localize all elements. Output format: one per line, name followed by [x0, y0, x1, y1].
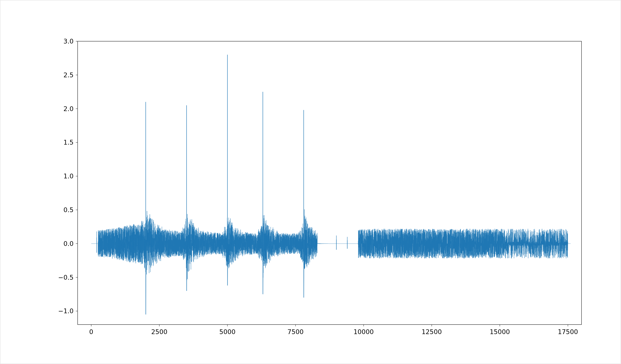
x-tick-label: 10000 [353, 328, 374, 336]
y-tick-label: 0.5 [63, 206, 73, 214]
x-tick-label: 7500 [287, 328, 303, 336]
y-tick-label: −1.0 [58, 307, 73, 315]
y-tick-label: 1.5 [63, 139, 73, 146]
y-tick-label: −0.5 [58, 274, 73, 281]
figure-panel: { "chart_data": { "type": "line", "title… [0, 0, 621, 364]
y-tick-label: 1.0 [63, 173, 73, 180]
x-tick-label: 12500 [421, 328, 442, 336]
page-root: { "chart_data": { "type": "line", "title… [0, 0, 621, 364]
y-tick-label: 2.5 [63, 71, 73, 79]
x-tick-label: 15000 [490, 328, 510, 336]
x-tick-label: 2500 [151, 328, 167, 336]
plot-svg: 025005000750010000125001500017500−1.0−0.… [0, 0, 621, 364]
x-tick-label: 5000 [219, 328, 235, 336]
series-signal [91, 55, 571, 315]
x-tick-label: 0 [89, 328, 93, 336]
y-tick-label: 0.0 [63, 240, 73, 248]
y-tick-label: 2.0 [63, 105, 73, 113]
x-tick-label: 17500 [558, 328, 578, 336]
y-tick-label: 3.0 [63, 38, 73, 45]
axes-box [78, 41, 582, 325]
